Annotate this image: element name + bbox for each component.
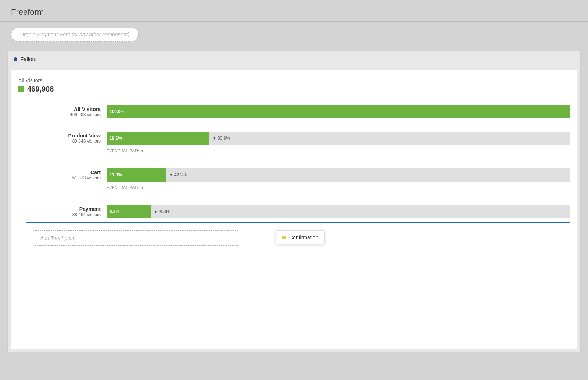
row-count: 469,908 visitors bbox=[33, 112, 101, 117]
page-header: Freeform bbox=[0, 0, 588, 22]
funnel-bars-col: 8.2% ▼ 25.9% bbox=[107, 205, 570, 218]
eventual-path-label: EVENTUAL PATH bbox=[107, 149, 140, 153]
color-swatch bbox=[18, 86, 24, 92]
arrow-down-icon: ▼ bbox=[154, 209, 158, 214]
arrow-down-icon: ▼ bbox=[169, 173, 173, 177]
falloff-label: ▼ 80.9% bbox=[212, 136, 230, 141]
row-name: Cart bbox=[33, 169, 101, 175]
bar-wrapper: 8.2% ▼ 25.9% bbox=[107, 205, 570, 218]
funnel-label-col: All Visitors 469,908 visitors bbox=[33, 106, 107, 117]
eventual-path-button[interactable]: EVENTUAL PATH ▾ bbox=[107, 149, 144, 153]
bar-pct-label: 11.0% bbox=[110, 172, 122, 178]
funnel-rows: All Visitors 469,908 visitors 100.0% Pro… bbox=[33, 101, 570, 246]
confirmation-dropdown: Confirmation bbox=[276, 230, 325, 244]
funnel-label-col: Payment 38,461 visitors bbox=[33, 206, 107, 217]
grey-bar: ▼ 25.9% bbox=[151, 205, 570, 218]
bar-spacer bbox=[33, 120, 570, 127]
bar-wrapper: 19.1% ▼ 80.9% bbox=[107, 132, 570, 145]
falloff-value: 80.9% bbox=[218, 136, 230, 141]
summary-label: All Visitors bbox=[18, 78, 570, 83]
row-count: 51,873 visitors bbox=[33, 175, 101, 180]
funnel-bars-col: 11.0% ▼ 42.3% bbox=[107, 168, 570, 182]
row-name: Payment bbox=[33, 206, 101, 212]
summary-section: All Visitors 469,908 bbox=[18, 78, 570, 93]
falloff-label: ▼ 42.3% bbox=[169, 172, 187, 178]
add-touchpoint-input[interactable]: Add Touchpoint bbox=[33, 230, 239, 246]
confirmation-dot bbox=[282, 236, 286, 239]
grey-bar: ▼ 42.3% bbox=[166, 168, 570, 182]
row-count: 89,843 visitors bbox=[33, 139, 101, 144]
green-bar: 11.0% bbox=[107, 168, 166, 182]
table-row: Cart 51,873 visitors 11.0% ▼ 42.3% bbox=[33, 164, 570, 183]
drop-segment-area: Drop a Segment Here (or any other compon… bbox=[0, 22, 588, 47]
table-row: Payment 38,461 visitors 8.2% ▼ 25.9% bbox=[33, 201, 570, 220]
chart-area: All Visitors 469,908 All Visitors 469,90… bbox=[11, 70, 577, 349]
payment-section: Payment 38,461 visitors 8.2% ▼ 25.9% bbox=[33, 201, 570, 246]
falloff-value: 42.3% bbox=[174, 172, 187, 178]
green-bar: 100.0% bbox=[107, 105, 570, 118]
panel-header: Fallout bbox=[8, 51, 580, 67]
table-row: All Visitors 469,908 visitors 100.0% bbox=[33, 101, 570, 120]
bar-pct-label: 19.1% bbox=[110, 136, 122, 141]
blue-underline bbox=[26, 222, 570, 223]
row-count: 38,461 visitors bbox=[33, 212, 101, 217]
falloff-label: ▼ 25.9% bbox=[154, 209, 171, 214]
table-row: Product View 89,843 visitors 19.1% ▼ 80.… bbox=[33, 127, 570, 146]
eventual-path-button[interactable]: EVENTUAL PATH ▾ bbox=[107, 186, 144, 190]
funnel-bars-col: 19.1% ▼ 80.9% bbox=[107, 132, 570, 145]
panel-dot bbox=[14, 57, 17, 61]
eventual-path-row: EVENTUAL PATH ▾ bbox=[107, 146, 570, 157]
bar-pct-label: 8.2% bbox=[110, 209, 119, 214]
green-bar: 19.1% bbox=[107, 132, 209, 145]
grey-bar: ▼ 80.9% bbox=[209, 132, 570, 145]
panel-title: Fallout bbox=[20, 56, 37, 62]
add-touchpoint-area: Add Touchpoint Confirmation bbox=[33, 230, 570, 246]
chevron-down-icon: ▾ bbox=[141, 186, 144, 190]
green-bar: 8.2% bbox=[107, 205, 151, 218]
fallout-panel: Fallout All Visitors 469,908 All Visitor… bbox=[7, 51, 581, 352]
confirmation-label: Confirmation bbox=[289, 234, 318, 240]
page-title: Freeform bbox=[11, 7, 44, 17]
bar-wrapper: 100.0% bbox=[107, 105, 570, 118]
arrow-down-icon: ▼ bbox=[212, 136, 216, 140]
bar-spacer bbox=[33, 193, 570, 201]
eventual-path-row: EVENTUAL PATH ▾ bbox=[107, 183, 570, 193]
row-name: All Visitors bbox=[33, 106, 101, 112]
funnel-bars-col: 100.0% bbox=[107, 105, 570, 118]
drop-segment-box[interactable]: Drop a Segment Here (or any other compon… bbox=[11, 28, 139, 42]
funnel-label-col: Cart 51,873 visitors bbox=[33, 169, 107, 180]
falloff-value: 25.9% bbox=[159, 209, 171, 214]
bar-pct-label: 100.0% bbox=[110, 109, 125, 114]
chevron-down-icon: ▾ bbox=[141, 149, 144, 153]
funnel-label-col: Product View 89,843 visitors bbox=[33, 133, 107, 144]
bar-spacer bbox=[33, 157, 570, 164]
confirmation-item[interactable]: Confirmation bbox=[276, 231, 324, 244]
eventual-path-label: EVENTUAL PATH bbox=[107, 186, 140, 190]
summary-value: 469,908 bbox=[18, 85, 570, 93]
bar-wrapper: 11.0% ▼ 42.3% bbox=[107, 168, 570, 182]
summary-number: 469,908 bbox=[27, 85, 54, 93]
row-name: Product View bbox=[33, 133, 101, 139]
